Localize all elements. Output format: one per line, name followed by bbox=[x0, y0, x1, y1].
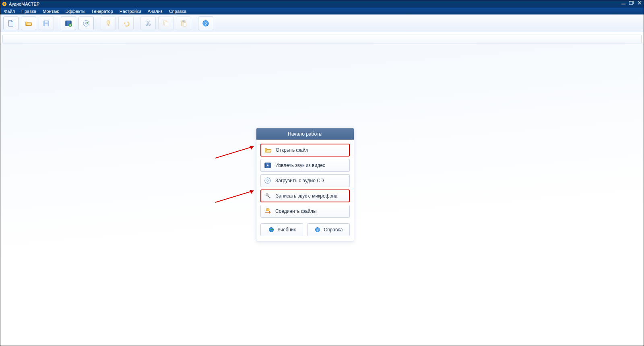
toolbar-record-button[interactable] bbox=[101, 16, 116, 30]
svg-marker-35 bbox=[250, 190, 254, 194]
microphone-icon bbox=[264, 192, 272, 200]
svg-point-12 bbox=[85, 22, 87, 24]
menu-montage[interactable]: Монтаж bbox=[39, 8, 62, 14]
toolbar-extract-video-button[interactable] bbox=[61, 16, 76, 30]
video-icon bbox=[65, 20, 72, 27]
info-bar bbox=[2, 35, 642, 43]
copy-icon bbox=[162, 20, 169, 27]
paste-icon bbox=[180, 20, 187, 27]
menu-settings[interactable]: Настройки bbox=[116, 8, 144, 14]
svg-text:?: ? bbox=[204, 21, 207, 25]
svg-rect-19 bbox=[183, 23, 186, 26]
svg-rect-1 bbox=[621, 4, 625, 4]
join-files-label: Соединить файлы bbox=[275, 208, 317, 214]
help-icon: ? bbox=[202, 20, 209, 27]
toolbar-undo-button[interactable] bbox=[118, 16, 134, 30]
toolbar-cut-button[interactable] bbox=[140, 16, 156, 30]
join-files-button[interactable]: Соединить файлы bbox=[260, 205, 350, 218]
svg-rect-3 bbox=[629, 2, 633, 4]
restore-button[interactable] bbox=[629, 0, 634, 5]
toolbar-load-cd-button[interactable] bbox=[78, 16, 94, 30]
help-label: Справка bbox=[324, 227, 343, 233]
video-icon bbox=[264, 162, 271, 169]
folder-open-icon bbox=[264, 146, 272, 154]
menu-analysis[interactable]: Анализ bbox=[144, 8, 166, 14]
extract-audio-from-video-button[interactable]: Извлечь звук из видео bbox=[260, 159, 350, 172]
svg-rect-28 bbox=[266, 209, 269, 211]
record-from-mic-button[interactable]: Записать звук с микрофона bbox=[260, 189, 350, 202]
menu-file[interactable]: Файл bbox=[1, 8, 18, 14]
title-bar: АудиоМАСТЕР bbox=[0, 0, 644, 8]
start-panel: Начало работы Открыть файл Извлечь звук … bbox=[256, 128, 354, 241]
toolbar-new-button[interactable] bbox=[3, 16, 19, 30]
svg-rect-5 bbox=[45, 21, 47, 23]
svg-text:?: ? bbox=[317, 228, 319, 232]
app-title: АудиоМАСТЕР bbox=[9, 2, 39, 6]
join-icon bbox=[264, 208, 271, 215]
help-button[interactable]: ? Справка bbox=[307, 223, 350, 236]
annotation-arrow-2 bbox=[213, 188, 262, 204]
toolbar-paste-button[interactable] bbox=[176, 16, 191, 30]
start-panel-body: Открыть файл Извлечь звук из видео Загру… bbox=[256, 140, 354, 241]
svg-rect-8 bbox=[66, 21, 67, 26]
svg-rect-6 bbox=[45, 23, 47, 25]
svg-line-32 bbox=[215, 146, 254, 158]
toolbar-separator bbox=[194, 17, 195, 29]
svg-rect-16 bbox=[165, 22, 168, 26]
toolbar-separator bbox=[97, 17, 97, 29]
app-icon bbox=[2, 1, 7, 7]
folder-open-icon bbox=[25, 20, 32, 27]
new-file-icon bbox=[7, 20, 14, 27]
help-icon: ? bbox=[314, 226, 321, 233]
annotation-arrow-1 bbox=[213, 144, 262, 160]
load-from-cd-button[interactable]: Загрузить с аудио CD bbox=[260, 174, 350, 187]
menu-edit[interactable]: Правка bbox=[18, 8, 39, 14]
svg-rect-18 bbox=[182, 20, 184, 21]
svg-line-34 bbox=[215, 191, 254, 202]
menu-help[interactable]: Справка bbox=[166, 8, 190, 14]
workspace: Начало работы Открыть файл Извлечь звук … bbox=[0, 43, 644, 346]
toolbar-separator bbox=[137, 17, 137, 29]
minimize-button[interactable] bbox=[621, 0, 626, 5]
toolbar-copy-button[interactable] bbox=[158, 16, 173, 30]
svg-rect-24 bbox=[270, 163, 271, 168]
toolbar: ? bbox=[0, 14, 644, 32]
record-mic-label: Записать звук с микрофона bbox=[276, 193, 338, 199]
toolbar-separator bbox=[57, 17, 58, 29]
load-cd-label: Загрузить с аудио CD bbox=[275, 178, 324, 183]
menu-effects[interactable]: Эффекты bbox=[62, 8, 89, 14]
scissors-icon bbox=[144, 20, 152, 27]
cd-icon bbox=[264, 177, 271, 184]
mic-icon bbox=[105, 20, 112, 27]
tutorial-button[interactable]: Учебник bbox=[260, 223, 303, 236]
globe-icon bbox=[268, 226, 275, 233]
toolbar-open-button[interactable] bbox=[21, 16, 36, 30]
svg-rect-23 bbox=[265, 163, 266, 168]
cd-icon bbox=[83, 20, 90, 27]
svg-point-13 bbox=[146, 24, 147, 25]
menu-generator[interactable]: Генератор bbox=[89, 8, 116, 14]
tutorial-label: Учебник bbox=[277, 227, 296, 233]
svg-marker-33 bbox=[250, 146, 254, 150]
close-button[interactable] bbox=[637, 0, 642, 5]
undo-icon bbox=[122, 20, 130, 27]
extract-audio-label: Извлечь звук из видео bbox=[275, 163, 326, 168]
svg-point-26 bbox=[267, 180, 268, 181]
toolbar-help-button[interactable]: ? bbox=[198, 16, 213, 30]
save-icon bbox=[43, 20, 50, 27]
open-file-label: Открыть файл bbox=[276, 147, 308, 153]
open-file-button[interactable]: Открыть файл bbox=[260, 144, 350, 157]
start-panel-title: Начало работы bbox=[256, 128, 354, 140]
toolbar-save-button[interactable] bbox=[39, 16, 54, 30]
menu-bar: Файл Правка Монтаж Эффекты Генератор Нас… bbox=[0, 8, 644, 14]
svg-point-14 bbox=[149, 24, 151, 25]
